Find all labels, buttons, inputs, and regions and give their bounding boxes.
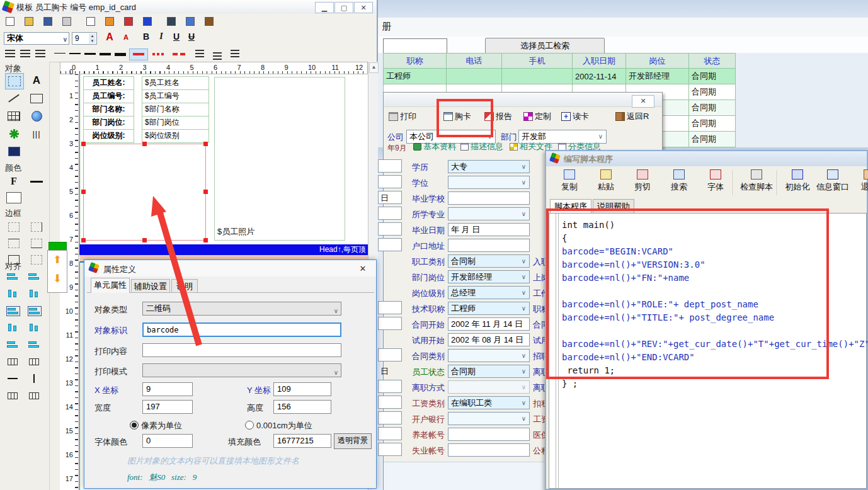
selection-handle[interactable]: [81, 142, 86, 146]
tab-aux-settings[interactable]: 辅助设置: [131, 279, 170, 293]
fill-color-input[interactable]: 16777215: [273, 434, 331, 448]
copy-icon[interactable]: [84, 16, 97, 27]
form-select[interactable]: ∨: [448, 176, 530, 189]
table-cell[interactable]: 工程师: [384, 69, 447, 84]
toolbar-customize-grid[interactable]: 定制: [523, 110, 551, 123]
table-cell[interactable]: 合同期: [689, 69, 736, 84]
print-content-input[interactable]: [142, 343, 341, 357]
table-cell[interactable]: 合同期: [689, 116, 736, 132]
font-family-select[interactable]: 宋体∨: [4, 32, 69, 45]
bold-button[interactable]: B: [140, 31, 152, 42]
selection-handle[interactable]: [203, 238, 208, 242]
transparent-bg-button[interactable]: 透明背景: [334, 433, 372, 449]
form-date[interactable]: 2002 年 08 月 14 日: [448, 333, 530, 346]
font-shrink-button[interactable]: A: [120, 33, 132, 41]
tab-description[interactable]: 说明: [171, 279, 198, 293]
card-field-label[interactable]: 员工姓名:: [83, 76, 134, 90]
tab-description[interactable]: 描述信息: [460, 142, 503, 152]
tab-cell-properties[interactable]: 单元属性: [91, 278, 130, 293]
card-field-label[interactable]: 部门名称:: [83, 103, 134, 117]
table-cell[interactable]: 开发部经理: [626, 69, 689, 84]
same-width-icon[interactable]: [6, 306, 20, 316]
script-initialize-button[interactable]: 初始化: [780, 169, 814, 197]
lines-tool[interactable]: |||: [28, 126, 45, 141]
qrcode-tool[interactable]: [5, 144, 23, 159]
paste-icon[interactable]: [103, 16, 116, 27]
y-input[interactable]: 109: [273, 382, 331, 396]
border-top-icon[interactable]: [195, 50, 204, 57]
return-button[interactable]: 返回R: [615, 110, 649, 123]
card-field-value[interactable]: $员工姓名: [142, 76, 209, 90]
script-search-button[interactable]: 搜索: [662, 169, 696, 197]
line-style-solid-selected[interactable]: [129, 48, 148, 60]
height-input[interactable]: 156: [273, 400, 331, 414]
print-preview-icon[interactable]: [60, 16, 73, 27]
open-file-icon[interactable]: [23, 16, 35, 27]
x-input[interactable]: 9: [142, 382, 193, 396]
card-field-value[interactable]: $员工编号: [142, 89, 209, 103]
form-select[interactable]: ∨: [448, 207, 530, 220]
table-tool[interactable]: [5, 108, 23, 123]
table-cell[interactable]: 合同期: [689, 100, 736, 116]
form-select[interactable]: 合同制∨: [448, 254, 530, 268]
align-center-icon[interactable]: [20, 50, 30, 57]
employee-search-input[interactable]: [383, 38, 447, 54]
border-style-1[interactable]: [5, 219, 23, 234]
close-icon[interactable]: ✕: [632, 95, 654, 108]
table-header[interactable]: 手机: [502, 54, 573, 69]
align-right-icon[interactable]: [35, 50, 45, 57]
form-date[interactable]: 2002 年 11 月 14 日: [448, 317, 530, 331]
close-icon[interactable]: ✕: [354, 2, 373, 13]
table-cell[interactable]: [447, 69, 502, 84]
width-input[interactable]: 197: [142, 400, 193, 414]
border-style-2[interactable]: [28, 219, 45, 234]
move-down-icon[interactable]: ⬇: [48, 270, 67, 288]
script-font-button[interactable]: 字体: [699, 169, 733, 197]
selection-handle[interactable]: [81, 190, 86, 194]
photo-placeholder-box[interactable]: $员工照片: [214, 77, 345, 241]
card-field-value[interactable]: $部门岗位: [142, 116, 209, 130]
card-field-label[interactable]: 部门岗位:: [83, 116, 134, 130]
horizontal-line-icon[interactable]: [6, 374, 19, 383]
selection-handle[interactable]: [203, 142, 208, 146]
form-select[interactable]: 大专∨: [448, 160, 530, 173]
print-mode-select[interactable]: ∨: [142, 363, 341, 377]
object-type-select[interactable]: 二维码∨: [142, 302, 341, 316]
form-date[interactable]: 年 月 日: [448, 223, 530, 236]
border-mid-icon[interactable]: [231, 50, 239, 57]
spinner-icon[interactable]: ▲▼: [89, 33, 96, 43]
object-id-input[interactable]: barcode: [142, 322, 341, 337]
align-right-icon[interactable]: [28, 272, 40, 281]
rect-tool[interactable]: [28, 91, 45, 106]
line-weight-1[interactable]: [54, 53, 66, 54]
radio-cm-unit[interactable]: 0.001cm为单位: [245, 420, 312, 431]
form-select[interactable]: ∨: [448, 349, 530, 362]
exit-icon[interactable]: [203, 16, 215, 27]
form-select[interactable]: 工程师∨: [448, 302, 530, 315]
move-up-icon[interactable]: ⬆: [48, 251, 67, 270]
table-cell[interactable]: 合同期: [689, 84, 736, 100]
table-header[interactable]: 岗位: [626, 54, 689, 69]
form-select[interactable]: 在编职工类∨: [448, 396, 530, 409]
select-tool[interactable]: [5, 73, 24, 89]
grid-split-icon[interactable]: [6, 391, 19, 400]
swap-arrows-icon[interactable]: [141, 16, 154, 27]
table-header[interactable]: 状态: [689, 54, 736, 69]
vertical-line-icon[interactable]: [28, 374, 40, 383]
font-color-button[interactable]: F: [5, 174, 23, 189]
line-tool[interactable]: [5, 91, 23, 106]
form-select[interactable]: ∨: [448, 412, 530, 425]
table-cell[interactable]: 2002-11-14: [573, 69, 626, 84]
font-color-input[interactable]: 0: [142, 434, 193, 448]
card-field-value[interactable]: $部门名称: [142, 103, 209, 117]
table-header[interactable]: 电话: [447, 54, 502, 69]
maximize-icon[interactable]: ▢: [334, 2, 353, 13]
form-select[interactable]: ∨: [448, 380, 530, 394]
align-top-icon[interactable]: [6, 289, 19, 298]
grid-merge-icon[interactable]: [28, 391, 40, 400]
line-style-dashed[interactable]: [173, 53, 178, 55]
underline-button[interactable]: U: [170, 31, 183, 42]
align-left-icon[interactable]: [6, 272, 19, 281]
border-style-3[interactable]: [5, 236, 23, 251]
new-file-icon[interactable]: [4, 16, 16, 27]
